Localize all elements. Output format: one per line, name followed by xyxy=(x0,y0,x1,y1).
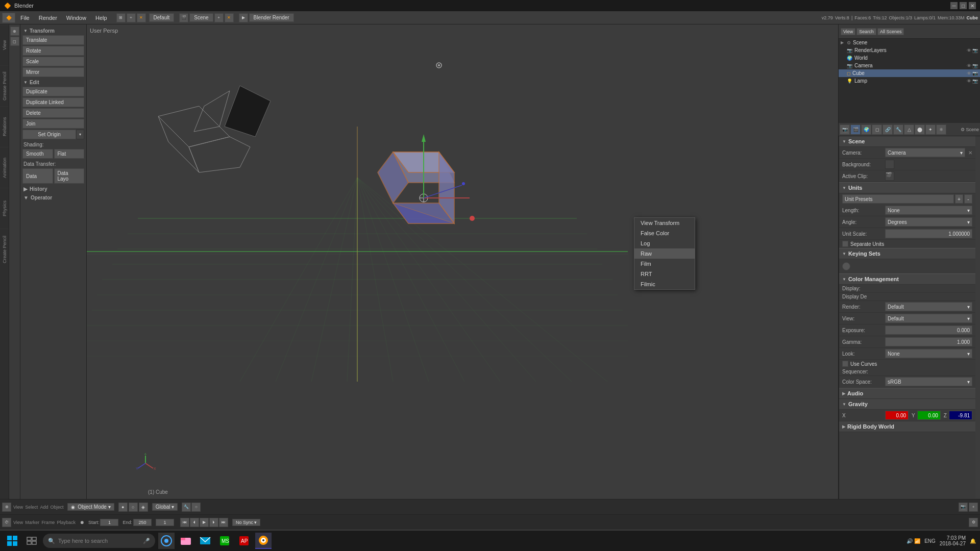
search-menu-btn[interactable]: Search xyxy=(856,28,876,35)
camera-dropdown[interactable]: Camera ▾ xyxy=(885,148,965,157)
duplicate-linked-button[interactable]: Duplicate Linked xyxy=(22,97,84,107)
add-scene-icon[interactable]: + xyxy=(214,13,224,22)
wireframe-icon[interactable]: ○ xyxy=(129,503,138,512)
end-frame-field[interactable]: 250 xyxy=(133,519,152,526)
join-button[interactable]: Join xyxy=(22,119,84,129)
cam-icon-renderlayers[interactable]: 📷 xyxy=(972,48,978,53)
restrict-render-cube-icon[interactable]: 📷 xyxy=(972,71,978,76)
timeline-extra-icon[interactable]: ⚙ xyxy=(969,518,978,527)
duplicate-button[interactable]: Duplicate xyxy=(22,87,84,96)
timeline-mode-icon[interactable]: ⏱ xyxy=(2,518,11,527)
set-origin-arrow-button[interactable]: ▾ xyxy=(76,130,84,139)
blender-icon-btn[interactable]: 🔶 xyxy=(2,13,15,23)
view-dropdown[interactable]: Default ▾ xyxy=(885,314,972,323)
exposure-field[interactable]: 0.000 xyxy=(885,325,972,335)
prop-tab-constraints[interactable]: 🔗 xyxy=(883,124,893,135)
flat-button[interactable]: Flat xyxy=(54,149,85,159)
panel-physics[interactable]: Physics xyxy=(0,188,9,229)
taskbar-store-icon[interactable]: MS xyxy=(216,533,233,549)
maximize-button[interactable]: □ xyxy=(960,2,967,9)
all-scenes-btn[interactable]: All Scenes xyxy=(877,28,904,35)
del-scene-icon[interactable]: ✕ xyxy=(225,13,234,22)
pivot-dropdown[interactable]: Global ▾ xyxy=(152,503,178,511)
transform-icon[interactable]: ⊕ xyxy=(10,27,19,36)
object-mode-dropdown[interactable]: ◉ Object Mode ▾ xyxy=(67,503,114,511)
prop-tab-data[interactable]: △ xyxy=(904,124,914,135)
dropdown-item-view-transform[interactable]: View Transform xyxy=(634,218,695,228)
timeline-view-btn[interactable]: View xyxy=(13,520,23,525)
unit-presets-remove-btn[interactable]: - xyxy=(964,194,972,204)
taskview-icon[interactable] xyxy=(23,533,40,549)
restrict-render-camera-icon[interactable]: 📷 xyxy=(972,63,978,68)
object-menu-bottom[interactable]: Object xyxy=(50,505,63,510)
tree-item-cube[interactable]: ◻ Cube 👁 📷 xyxy=(839,69,980,77)
notifications-icon[interactable]: 🔔 xyxy=(970,538,976,544)
viewport-shade-icon[interactable]: ● xyxy=(118,503,128,512)
restrict-view-cube-icon[interactable]: 👁 xyxy=(967,71,971,76)
voice-search-icon[interactable]: 🎤 xyxy=(143,538,150,544)
prop-tab-world[interactable]: 🌍 xyxy=(861,124,871,135)
proportional-edit-icon[interactable]: ○ xyxy=(191,503,201,512)
add-screen-icon[interactable]: + xyxy=(127,13,136,22)
prop-tab-render[interactable]: 📷 xyxy=(840,124,850,135)
dropdown-item-filmic[interactable]: Filmic xyxy=(634,279,695,289)
menu-render[interactable]: Render xyxy=(35,14,61,22)
screen-layout-icon[interactable]: ⊞ xyxy=(116,13,126,22)
taskbar-app1-icon[interactable]: AP xyxy=(236,533,252,549)
background-color-swatch[interactable] xyxy=(885,160,894,169)
tree-item-scene[interactable]: ▶ ⚙ Scene xyxy=(839,39,980,46)
render-dropdown[interactable]: Default ▾ xyxy=(885,302,972,311)
panel-relations[interactable]: Relations xyxy=(0,106,9,147)
screen-layout-dropdown[interactable]: Default xyxy=(149,13,175,22)
scene-dropdown[interactable]: Scene xyxy=(189,13,213,22)
unit-presets-field[interactable]: Unit Presets xyxy=(842,194,954,204)
look-dropdown[interactable]: None ▾ xyxy=(885,349,972,358)
use-curves-checkbox[interactable] xyxy=(842,361,848,367)
dropdown-item-raw[interactable]: Raw xyxy=(634,248,695,259)
prop-tab-material[interactable]: ⬤ xyxy=(915,124,925,135)
delete-button[interactable]: Delete xyxy=(22,108,84,118)
viewport[interactable]: User Persp xyxy=(87,24,838,499)
record-icon[interactable]: ⏺ xyxy=(80,520,84,525)
menu-help[interactable]: Help xyxy=(91,14,111,22)
timeline-frame-btn[interactable]: Frame xyxy=(41,520,55,525)
eye-icon-renderlayers[interactable]: 👁 xyxy=(967,48,971,53)
tree-item-lamp[interactable]: 💡 Lamp 👁 📷 xyxy=(839,77,980,85)
timeline-marker-btn[interactable]: Marker xyxy=(25,520,39,525)
taskbar-search-box[interactable]: 🔍 Type here to search 🎤 xyxy=(43,534,155,548)
render-engine-icon[interactable]: ▶ xyxy=(239,13,248,22)
dropdown-item-rrt[interactable]: RRT xyxy=(634,269,695,279)
view-transform-dropdown[interactable]: View Transform False Color Log Raw Film … xyxy=(634,217,695,290)
viewport-mode-icon[interactable]: ⊕ xyxy=(2,503,11,512)
scale-button[interactable]: Scale xyxy=(22,57,84,66)
timeline-playback-btn[interactable]: Playback xyxy=(57,520,76,525)
length-dropdown[interactable]: None ▾ xyxy=(885,206,972,215)
gravity-x-field[interactable]: 0.00 xyxy=(885,411,909,420)
data-layer-button[interactable]: Data Layo xyxy=(54,168,85,184)
minimize-button[interactable]: ─ xyxy=(950,2,958,9)
close-button[interactable]: ✕ xyxy=(969,2,976,9)
mirror-button[interactable]: Mirror xyxy=(22,67,84,77)
tree-item-world[interactable]: 🌍 World xyxy=(839,54,980,62)
view-menu-btn[interactable]: View xyxy=(841,28,855,35)
translate-button[interactable]: Translate xyxy=(22,35,84,45)
menu-window[interactable]: Window xyxy=(62,14,90,22)
dropdown-item-log[interactable]: Log xyxy=(634,238,695,248)
title-bar-controls[interactable]: ─ □ ✕ xyxy=(950,2,976,9)
data-button[interactable]: Data xyxy=(22,168,53,184)
camera-x-btn[interactable]: ✕ xyxy=(968,150,972,156)
play-btn[interactable]: ▶ xyxy=(200,518,209,527)
gravity-z-field[interactable]: -9.81 xyxy=(949,411,972,420)
taskbar-browser-icon[interactable] xyxy=(158,533,175,549)
taskbar-blender-icon[interactable] xyxy=(255,533,272,549)
prop-tab-physics[interactable]: ⚛ xyxy=(936,124,946,135)
panel-animation[interactable]: Animation xyxy=(0,147,9,188)
dropdown-item-film[interactable]: Film xyxy=(634,259,695,269)
taskbar-mail-icon[interactable] xyxy=(197,533,213,549)
separate-units-checkbox[interactable] xyxy=(842,241,848,247)
active-clip-icon[interactable]: 🎬 xyxy=(885,171,894,181)
rendered-icon[interactable]: ◈ xyxy=(139,503,148,512)
snap-icon[interactable]: 🔧 xyxy=(182,503,191,512)
taskbar-explorer-icon[interactable] xyxy=(178,533,194,549)
tree-item-camera[interactable]: 📷 Camera 👁 📷 xyxy=(839,62,980,69)
